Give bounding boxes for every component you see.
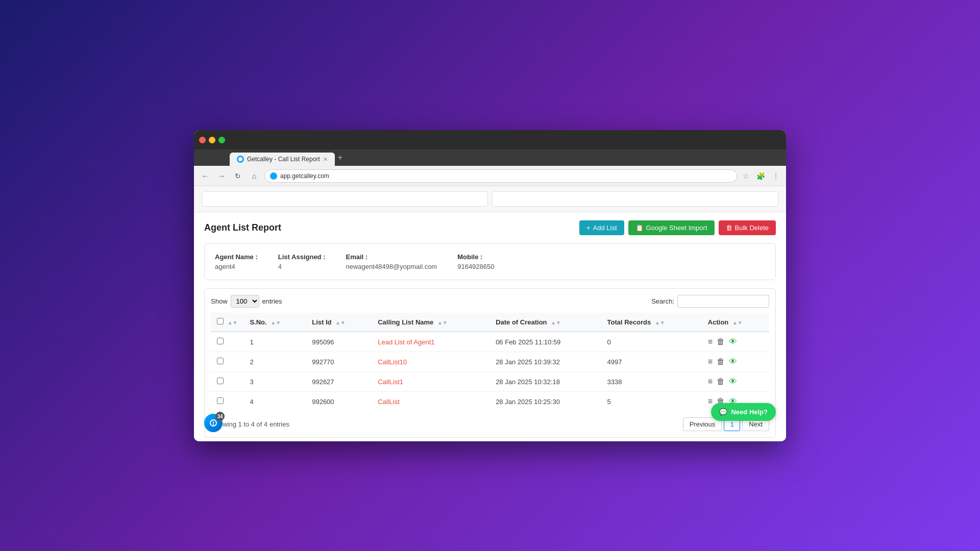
new-tab-button[interactable]: +	[338, 153, 342, 162]
col-records[interactable]: Total Records ▲▼	[601, 313, 702, 332]
maximize-button[interactable]	[218, 137, 225, 143]
mobile-group: Mobile : 9164928650	[457, 253, 494, 270]
show-entries-control: Show 100 25 50 All entries	[211, 295, 282, 308]
row-sno: 4	[243, 392, 306, 412]
table-row: 2 992770 CallList10 28 Jan 2025 10:39:32…	[211, 352, 769, 372]
list-action-icon[interactable]: ≡	[708, 357, 713, 366]
row-records: 5	[601, 392, 702, 412]
agent-name-group: Agent Name : agent4	[215, 253, 258, 270]
list-action-icon[interactable]: ≡	[708, 337, 713, 346]
delete-action-icon[interactable]: 🗑	[717, 357, 725, 366]
bulk-delete-button[interactable]: 🗑 Bulk Delete	[719, 220, 776, 235]
row-actions: ≡ 🗑 👁	[702, 352, 769, 372]
row-checkbox-cell[interactable]	[211, 392, 243, 412]
tab-favicon	[237, 156, 244, 163]
back-button[interactable]: ←	[199, 170, 211, 182]
more-options-icon[interactable]: ⋮	[771, 172, 781, 180]
col-date[interactable]: Date of Creation ▲▼	[489, 313, 601, 332]
delete-icon: 🗑	[726, 224, 732, 232]
address-bar-row: ← → ↻ ⌂ app.getcalley.com ☆ 🧩 ⋮	[194, 166, 786, 186]
list-action-icon[interactable]: ≡	[708, 397, 713, 406]
view-action-icon[interactable]: 👁	[729, 357, 737, 366]
panel-right	[492, 191, 778, 207]
entries-select[interactable]: 100 25 50 All	[231, 295, 259, 308]
row-checkbox[interactable]	[217, 358, 224, 364]
list-assigned-value: 4	[278, 263, 326, 270]
forward-button[interactable]: →	[215, 170, 228, 182]
email-label: Email :	[346, 253, 437, 261]
row-list-name[interactable]: CallList10	[372, 352, 489, 372]
row-sno: 3	[243, 372, 306, 392]
row-checkbox-cell[interactable]	[211, 332, 243, 352]
col-action[interactable]: Action ▲▼	[702, 313, 769, 332]
showing-text: Showing 1 to 4 of 4 entries	[211, 420, 289, 428]
google-import-button[interactable]: 📋 Google Sheet Import	[628, 220, 715, 235]
active-tab[interactable]: Getcalley - Call List Report ✕	[230, 153, 335, 166]
row-list-id: 995096	[306, 332, 372, 352]
minimize-button[interactable]	[209, 137, 215, 143]
select-all-header[interactable]: ▲▼	[211, 313, 243, 332]
col-sno[interactable]: S.No. ▲▼	[243, 313, 306, 332]
row-sno: 2	[243, 352, 306, 372]
top-panels	[194, 186, 786, 212]
list-name-link[interactable]: CallList1	[378, 378, 403, 386]
agent-info-card: Agent Name : agent4 List Assigned : 4 Em…	[204, 243, 776, 280]
search-label: Search:	[651, 297, 674, 305]
table-row: 3 992627 CallList1 28 Jan 2025 10:32:18 …	[211, 372, 769, 392]
list-assigned-group: List Assigned : 4	[278, 253, 326, 270]
tab-bar: Getcalley - Call List Report ✕ +	[194, 149, 786, 166]
table-row: 1 995096 Lead List of Agent1 06 Feb 2025…	[211, 332, 769, 352]
row-list-id: 992600	[306, 392, 372, 412]
list-action-icon[interactable]: ≡	[708, 377, 713, 386]
url-bar[interactable]: app.getcalley.com	[264, 169, 737, 183]
delete-action-icon[interactable]: 🗑	[717, 337, 725, 346]
panel-left	[202, 191, 488, 207]
section-header: Agent List Report + Add List 📋 Google Sh…	[204, 220, 776, 235]
page-title: Agent List Report	[204, 222, 281, 233]
row-checkbox[interactable]	[217, 338, 224, 344]
row-list-name[interactable]: CallList	[372, 392, 489, 412]
row-records: 0	[601, 332, 702, 352]
list-name-link[interactable]: Lead List of Agent1	[378, 338, 434, 346]
show-label: Show	[211, 297, 228, 305]
view-action-icon[interactable]: 👁	[729, 337, 737, 346]
extension-icon[interactable]: 🧩	[755, 172, 767, 180]
search-input[interactable]	[677, 295, 769, 308]
table-header-row: ▲▼ S.No. ▲▼ List Id ▲▼ Calling List Name…	[211, 313, 769, 332]
row-actions: ≡ 🗑 👁	[702, 372, 769, 392]
row-checkbox-cell[interactable]	[211, 372, 243, 392]
col-list-name[interactable]: Calling List Name ▲▼	[372, 313, 489, 332]
row-checkbox[interactable]	[217, 397, 224, 404]
browser-titlebar	[194, 130, 786, 149]
row-checkbox-cell[interactable]	[211, 352, 243, 372]
add-list-button[interactable]: + Add List	[579, 220, 624, 235]
bookmark-icon[interactable]: ☆	[741, 172, 751, 180]
close-button[interactable]	[199, 137, 206, 143]
notification-count: 34	[215, 412, 225, 421]
row-checkbox[interactable]	[217, 378, 224, 384]
agent-name-label: Agent Name :	[215, 253, 258, 261]
row-list-name[interactable]: Lead List of Agent1	[372, 332, 489, 352]
data-table: ▲▼ S.No. ▲▼ List Id ▲▼ Calling List Name…	[211, 313, 769, 411]
select-all-checkbox[interactable]	[217, 318, 224, 324]
notification-badge[interactable]: 34	[204, 414, 223, 432]
email-group: Email : newagent48498@yopmail.com	[346, 253, 437, 270]
delete-action-icon[interactable]: 🗑	[717, 377, 725, 386]
tab-close-icon[interactable]: ✕	[323, 156, 328, 163]
list-name-link[interactable]: CallList	[378, 398, 400, 406]
site-icon	[270, 172, 277, 180]
svg-point-0	[238, 157, 242, 161]
list-name-link[interactable]: CallList10	[378, 358, 407, 366]
row-date: 28 Jan 2025 10:39:32	[489, 352, 601, 372]
home-button[interactable]: ⌂	[248, 170, 260, 182]
need-help-button[interactable]: 💬 Need Help?	[711, 403, 776, 421]
row-date: 28 Jan 2025 10:32:18	[489, 372, 601, 392]
refresh-button[interactable]: ↻	[232, 170, 244, 182]
table-footer: Showing 1 to 4 of 4 entries Previous 1 N…	[211, 417, 769, 431]
view-action-icon[interactable]: 👁	[729, 377, 737, 386]
row-list-name[interactable]: CallList1	[372, 372, 489, 392]
col-list-id[interactable]: List Id ▲▼	[306, 313, 372, 332]
list-assigned-label: List Assigned :	[278, 253, 326, 261]
header-actions: + Add List 📋 Google Sheet Import 🗑 Bulk …	[579, 220, 776, 235]
mobile-value: 9164928650	[457, 263, 494, 270]
